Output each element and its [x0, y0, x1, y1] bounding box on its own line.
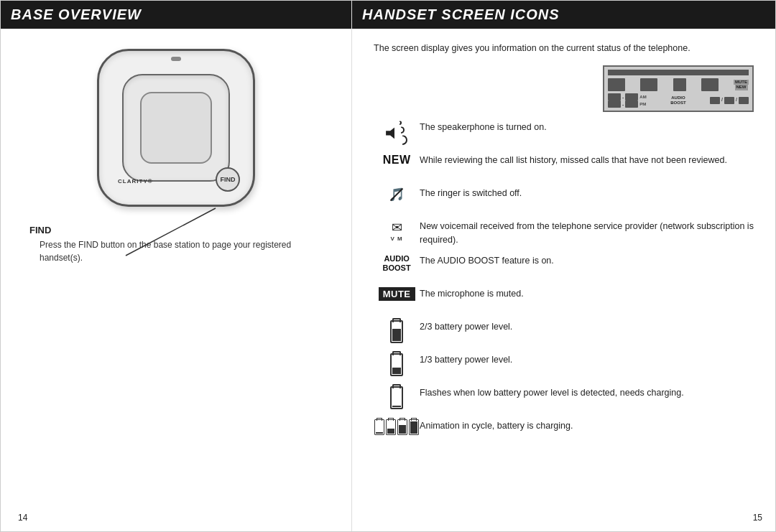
icon-row-speakerphone: The speakerphone is turned on. [374, 121, 754, 146]
icon-row-battery-charging: Animation in cycle, battery is charging. [374, 419, 754, 445]
screen-pm: PM [639, 102, 646, 106]
left-section-title: BASE OVERVIEW [1, 1, 351, 29]
charge-bat-2 [386, 419, 396, 435]
screen-icons-row-1: MUTE NEW [608, 78, 749, 91]
battery-two-thirds-icon [390, 320, 403, 343]
icon-row-ringer: 🎵 The ringer is switched off. [374, 187, 754, 213]
screen-time-seg-2 [625, 93, 638, 101]
voicemail-icon: ✉ V M [390, 220, 402, 242]
screen-display-area: MUTE NEW - AM - [374, 65, 754, 112]
new-icon: NEW [383, 154, 411, 167]
screen-mute-new: MUTE NEW [734, 80, 749, 91]
speaker-body [386, 127, 394, 139]
speaker-waves [397, 121, 407, 145]
ringer-off-icon: 🎵 [389, 187, 405, 202]
intro-text: The screen display gives you information… [374, 42, 754, 55]
left-panel: BASE OVERVIEW CLARITY® FIND [1, 1, 352, 531]
charge-bat-3 [397, 419, 407, 435]
screen-icon-battery [608, 78, 625, 91]
icon-cell-mute: MUTE [374, 287, 420, 301]
icon-cell-audio-boost: AUDIOBOOST [374, 254, 420, 273]
icon-cell-battery-one-third [374, 353, 420, 376]
clarity-text: CLARITY [118, 178, 148, 185]
icon-cell-new: NEW [374, 154, 420, 167]
battery-fill-one-third [392, 368, 401, 374]
speaker-wave-2 [397, 126, 405, 134]
icon-cell-battery-charging [374, 419, 420, 435]
screen-date-seg-1 [710, 97, 720, 104]
screen-time-block: - AM - PM [608, 93, 647, 108]
find-button[interactable]: FIND [216, 167, 240, 192]
speaker-wave-1 [397, 121, 402, 125]
right-panel: HANDSET SCREEN ICONS The screen display … [352, 1, 775, 531]
icon-cell-battery-empty [374, 386, 420, 409]
mail-envelope: ✉ [392, 220, 402, 235]
screen-icon-ringer [673, 78, 686, 91]
icon-cell-speakerphone [374, 121, 420, 145]
clarity-sup: ® [148, 178, 153, 185]
screen-time-bottom: - PM [608, 101, 647, 108]
clarity-logo: CLARITY® [118, 178, 153, 189]
find-button-label: FIND [221, 176, 236, 183]
screen-time-seg-4 [625, 101, 638, 108]
screen-new-label: NEW [735, 85, 748, 90]
screen-time-seg-3 [608, 101, 621, 108]
screen-time-seg-1 [608, 93, 621, 101]
voicemail-desc: New voicemail received from the telephon… [420, 220, 754, 247]
icon-row-voicemail: ✉ V M New voicemail received from the te… [374, 220, 754, 247]
icon-cell-voicemail: ✉ V M [374, 220, 420, 242]
find-label-title: FIND [29, 225, 330, 235]
page-number-right: 15 [753, 513, 762, 523]
charge-bat-1 [374, 419, 384, 435]
screen-date-seg-2 [724, 97, 734, 104]
device-illustration: CLARITY® FIND FIND Press the FIND button… [22, 42, 330, 510]
screen-mockup-box: MUTE NEW - AM - [603, 65, 754, 112]
vm-label: V M [390, 235, 402, 242]
audio-boost-desc: The AUDIO BOOST feature is on. [420, 254, 754, 268]
screen-top-bar [608, 70, 749, 75]
audio-boost-icon: AUDIOBOOST [383, 254, 411, 273]
speakerphone-desc: The speakerphone is turned on. [420, 121, 754, 134]
ringer-desc: The ringer is switched off. [420, 187, 754, 200]
device-notch [171, 57, 181, 61]
icon-row-battery-empty: Flashes when low battery power level is … [374, 386, 754, 412]
speaker-wave-3 [397, 135, 407, 145]
right-section-title: HANDSET SCREEN ICONS [352, 1, 775, 29]
icon-row-battery-one-third: 1/3 battery power level. [374, 353, 754, 379]
icon-row-mute: MUTE The microphone is muted. [374, 287, 754, 313]
find-description: Press the FIND button on the base statio… [29, 238, 330, 264]
battery-empty-icon [390, 386, 403, 409]
device-inner-shell [122, 74, 230, 182]
battery-empty-desc: Flashes when low battery power level is … [420, 386, 754, 400]
find-label-area: FIND Press the FIND button on the base s… [29, 225, 330, 264]
find-arrow-area: FIND Press the FIND button on the base s… [22, 207, 330, 264]
battery-one-third-icon [390, 353, 403, 376]
mute-icon: MUTE [379, 287, 415, 301]
screen-time-top: - AM [608, 93, 647, 101]
device-outer-shell: CLARITY® FIND [97, 49, 255, 207]
new-desc: While reviewing the call list history, m… [420, 154, 754, 167]
screen-mute-label: MUTE [734, 80, 749, 85]
battery-one-third-desc: 1/3 battery power level. [420, 353, 754, 367]
screen-icon-speaker [640, 78, 657, 91]
battery-fill-two-thirds [392, 329, 401, 341]
screen-audio-boost-label: AUDIOBOOST [670, 95, 685, 106]
icon-cell-ringer: 🎵 [374, 187, 420, 202]
mute-desc: The microphone is muted. [420, 287, 754, 301]
page: BASE OVERVIEW CLARITY® FIND [0, 0, 776, 532]
speakerphone-icon [386, 121, 407, 145]
screen-date-block: / / [710, 97, 749, 104]
device-screen [140, 92, 212, 164]
battery-fill-empty [392, 406, 401, 406]
charge-bat-4 [409, 419, 419, 435]
screen-icon-mail [701, 78, 719, 91]
battery-charging-icon [374, 419, 419, 435]
icon-cell-battery-two-thirds [374, 320, 420, 343]
battery-charging-desc: Animation in cycle, battery is charging. [420, 419, 754, 433]
icon-row-battery-two-thirds: 2/3 battery power level. [374, 320, 754, 346]
icon-row-new: NEW While reviewing the call list histor… [374, 154, 754, 179]
page-number-left: 14 [18, 513, 27, 523]
screen-am: AM [639, 95, 646, 99]
screen-date-seg-3 [739, 97, 749, 104]
icon-row-audio-boost: AUDIOBOOST The AUDIO BOOST feature is on… [374, 254, 754, 280]
